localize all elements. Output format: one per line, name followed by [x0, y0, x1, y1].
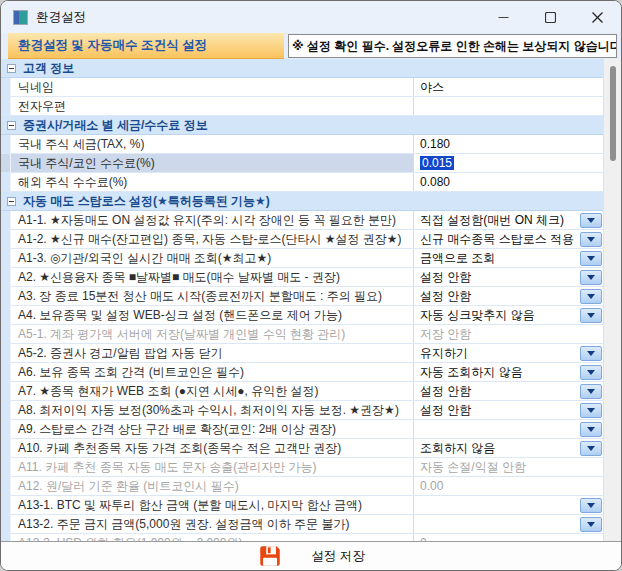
- row-value[interactable]: 자동 손절/익절 안함: [414, 458, 604, 476]
- row-label: A11. 카페 추천 종목 자동 매도 문자 송출(관리자만 가능): [11, 458, 414, 476]
- row-value[interactable]: [414, 420, 580, 438]
- row-value[interactable]: 야스: [414, 78, 604, 96]
- grid-row[interactable]: 전자우편: [1, 97, 604, 116]
- save-settings-button[interactable]: 설정 저장: [257, 543, 364, 569]
- row-value-text: 자동 싱크맞추지 않음: [420, 307, 535, 324]
- row-value[interactable]: 자동 조회하지 않음: [414, 363, 580, 381]
- row-value[interactable]: [414, 496, 580, 514]
- minimize-button[interactable]: [480, 1, 527, 33]
- row-gutter: [1, 534, 11, 541]
- row-label: A1-2. ★신규 매수(잔고편입) 종목, 자동 스탑-로스(단타시 ★설정 …: [11, 230, 414, 248]
- grid-row[interactable]: 닉네임야스: [1, 78, 604, 97]
- dropdown-button[interactable]: [580, 498, 602, 513]
- dropdown-button[interactable]: [580, 384, 602, 399]
- title-bar: 환경설정: [1, 1, 621, 33]
- row-value[interactable]: 유지하기: [414, 344, 580, 362]
- dropdown-button[interactable]: [580, 232, 602, 247]
- row-value-text: 0: [420, 536, 427, 541]
- row-gutter: [1, 382, 11, 400]
- grid-row[interactable]: A5-2. 증권사 경고/알림 팝업 자동 닫기유지하기: [1, 344, 604, 363]
- row-value[interactable]: 0: [414, 534, 604, 541]
- row-label: A9. 스탑로스 간격 상단 구간 배로 확장(코인: 2배 이상 권장): [11, 420, 414, 438]
- grid-row[interactable]: 국내 주식/코인 수수료(%)0.015: [1, 154, 604, 173]
- chevron-down-icon: [587, 370, 595, 375]
- grid-row[interactable]: A6. 보유 종목 조회 간격 (비트코인은 필수)자동 조회하지 않음: [1, 363, 604, 382]
- row-value[interactable]: 금액으로 조회: [414, 249, 580, 267]
- warning-banner: ※ 설정 확인 필수. 설정오류로 인한 손해는 보상되지 않습니다.: [288, 34, 617, 58]
- row-value[interactable]: 설정 안함: [414, 401, 580, 419]
- dropdown-button[interactable]: [580, 365, 602, 380]
- row-value[interactable]: [414, 515, 580, 533]
- settings-window: 환경설정 환경설정 및 자동매수 조건식 설정 ※ 설정 확인 필수. 설정오류…: [0, 0, 622, 571]
- row-gutter: [1, 344, 11, 362]
- row-value-text: 직접 설정함(매번 ON 체크): [420, 212, 564, 229]
- row-value[interactable]: 0.080: [414, 173, 604, 191]
- row-value[interactable]: 조회하지 않음: [414, 439, 580, 457]
- dropdown-button[interactable]: [580, 270, 602, 285]
- row-value[interactable]: 설정 안함: [414, 382, 580, 400]
- row-value[interactable]: 신규 매수종목 스탑로스 적용: [414, 230, 580, 248]
- row-label: A7. ★종목 현재가 WEB 조회 (●지연 시세●, 유익한 설정): [11, 382, 414, 400]
- grid-row[interactable]: A2. ★신용융자 종목 ■날짜별■ 매도(매수 날짜별 매도 - 권장)설정 …: [1, 268, 604, 287]
- grid-row[interactable]: A4. 보유종목 및 설정 WEB-싱크 설정 (핸드폰으로 제어 가능)자동 …: [1, 306, 604, 325]
- dropdown-button[interactable]: [580, 308, 602, 323]
- grid-row[interactable]: A1-1. ★자동매도 ON 설정값 유지(주의: 시각 장애인 등 꼭 필요한…: [1, 211, 604, 230]
- row-value-text: 조회하지 않음: [420, 440, 495, 457]
- dropdown-button[interactable]: [580, 289, 602, 304]
- row-value[interactable]: 자동 싱크맞추지 않음: [414, 306, 580, 324]
- collapse-minus-icon[interactable]: [7, 64, 16, 73]
- grid-row[interactable]: A10. 카페 추천종목 자동 가격 조회(종목수 적은 고객만 권장)조회하지…: [1, 439, 604, 458]
- warning-text: ※ 설정 확인 필수. 설정오류로 인한 손해는 보상되지 않습니다.: [292, 38, 617, 55]
- row-label: A6. 보유 종목 조회 간격 (비트코인은 필수): [11, 363, 414, 381]
- row-value[interactable]: [414, 97, 604, 115]
- chevron-down-icon: [587, 446, 595, 451]
- dropdown-button[interactable]: [580, 422, 602, 437]
- grid-row[interactable]: A9. 스탑로스 간격 상단 구간 배로 확장(코인: 2배 이상 권장): [1, 420, 604, 439]
- grid-row[interactable]: A1-2. ★신규 매수(잔고편입) 종목, 자동 스탑-로스(단타시 ★설정 …: [1, 230, 604, 249]
- row-gutter: [1, 249, 11, 267]
- grid-row[interactable]: A13-1. BTC 및 짜투리 합산 금액 (분할 매도시, 마지막 합산 금…: [1, 496, 604, 515]
- grid-row[interactable]: A3. 장 종료 15분전 청산 매도 시작(종료전까지 분할매도 : 주의 필…: [1, 287, 604, 306]
- header-bar: 환경설정 및 자동매수 조건식 설정 ※ 설정 확인 필수. 설정오류로 인한 …: [1, 33, 621, 59]
- collapse-minus-icon[interactable]: [7, 121, 16, 130]
- grid-row[interactable]: A5-1. 계좌 평가액 서버에 저장(날짜별 개인별 수익 현황 관리)저장 …: [1, 325, 604, 344]
- row-value[interactable]: 0.015: [414, 154, 604, 172]
- row-value[interactable]: 설정 안함: [414, 268, 580, 286]
- minimize-icon: [498, 12, 509, 23]
- row-value[interactable]: 저장 안함: [414, 325, 604, 343]
- dropdown-button[interactable]: [580, 213, 602, 228]
- grid-row[interactable]: A1-3. ◎기관/외국인 실시간 매매 조회(★최고★)금액으로 조회: [1, 249, 604, 268]
- row-label: A13-1. BTC 및 짜투리 합산 금액 (분할 매도시, 마지막 합산 금…: [11, 496, 414, 514]
- collapse-minus-icon[interactable]: [7, 197, 16, 206]
- dropdown-button[interactable]: [580, 441, 602, 456]
- grid-row[interactable]: 해외 주식 수수료(%)0.080: [1, 173, 604, 192]
- chevron-down-icon: [587, 218, 595, 223]
- section-header-row[interactable]: 자동 매도 스탑로스 설정(★특허등록된 기능★): [1, 192, 604, 211]
- row-value[interactable]: 0.180: [414, 135, 604, 153]
- row-value[interactable]: 직접 설정함(매번 ON 체크): [414, 211, 580, 229]
- row-gutter: [1, 97, 11, 115]
- row-value-text: 설정 안함: [420, 402, 471, 419]
- dropdown-button[interactable]: [580, 517, 602, 532]
- scrollbar-thumb[interactable]: [610, 66, 616, 161]
- maximize-button[interactable]: [527, 1, 574, 33]
- dropdown-button[interactable]: [580, 403, 602, 418]
- close-button[interactable]: [574, 1, 621, 33]
- grid-row[interactable]: A13-3. USD 원화 환율(1,000원 ~ 2,000원)0: [1, 534, 604, 541]
- grid-row[interactable]: A13-2. 주문 금지 금액(5,000원 권장. 설정금액 이하 주문 불가…: [1, 515, 604, 534]
- grid-row[interactable]: A7. ★종목 현재가 WEB 조회 (●지연 시세●, 유익한 설정)설정 안…: [1, 382, 604, 401]
- tab-settings[interactable]: 환경설정 및 자동매수 조건식 설정: [8, 33, 284, 59]
- grid-row[interactable]: A11. 카페 추천 종목 자동 매도 문자 송출(관리자만 가능)자동 손절/…: [1, 458, 604, 477]
- row-value[interactable]: 0.00: [414, 477, 604, 495]
- section-header-row[interactable]: 고객 정보: [1, 59, 604, 78]
- row-label: A3. 장 종료 15분전 청산 매도 시작(종료전까지 분할매도 : 주의 필…: [11, 287, 414, 305]
- grid-row[interactable]: A12. 원/달러 기준 환율 (비트코인시 필수)0.00: [1, 477, 604, 496]
- chevron-down-icon: [587, 256, 595, 261]
- grid-row[interactable]: 국내 주식 세금(TAX, %)0.180: [1, 135, 604, 154]
- dropdown-button[interactable]: [580, 346, 602, 361]
- row-value[interactable]: 설정 안함: [414, 287, 580, 305]
- section-header-row[interactable]: 증권사/거래소 별 세금/수수료 정보: [1, 116, 604, 135]
- dropdown-button[interactable]: [580, 251, 602, 266]
- grid-row[interactable]: A8. 최저이익 자동 보정(30%초과 수익시, 최저이익 자동 보정. ★권…: [1, 401, 604, 420]
- scrollbar-track[interactable]: [603, 59, 621, 541]
